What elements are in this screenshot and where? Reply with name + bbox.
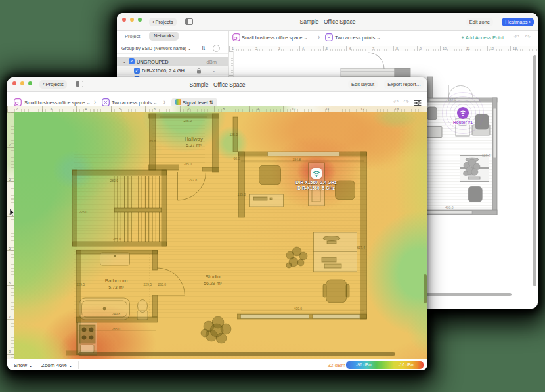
svg-text:617.4: 617.4 bbox=[482, 154, 490, 158]
svg-text:400.0: 400.0 bbox=[445, 206, 454, 209]
svg-text:384.0: 384.0 bbox=[448, 98, 456, 102]
svg-text:Router #1: Router #1 bbox=[453, 120, 473, 125]
